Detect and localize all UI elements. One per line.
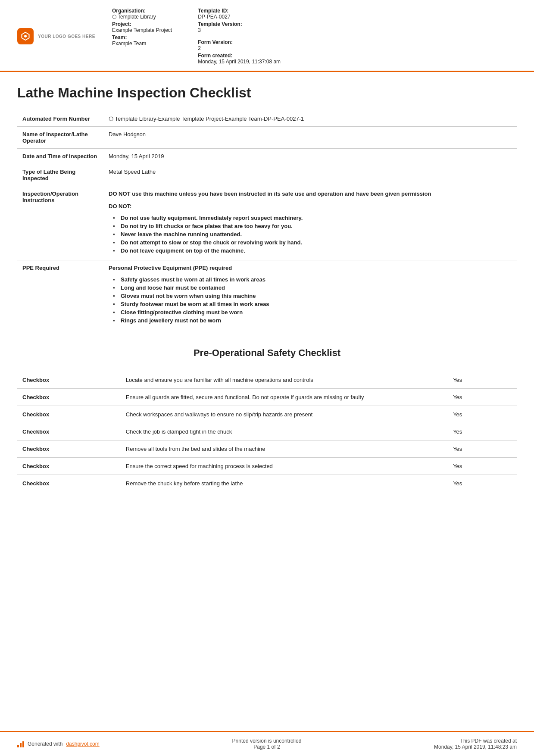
org-value: ⬡ Template Library (112, 14, 172, 20)
checklist-label-2: Checkbox (17, 406, 121, 423)
info-row-1: Name of Inspector/Lathe Operator Dave Ho… (17, 127, 517, 149)
info-row-4: Inspection/Operation Instructions DO NOT… (17, 186, 517, 260)
checklist-val-0: Yes (448, 372, 517, 389)
do-not-item-2: Do not try to lift chucks or face plates… (113, 223, 512, 229)
checklist-desc-4: Remove all tools from the bed and slides… (121, 440, 448, 458)
header: YOUR LOGO GOES HERE Organisation: ⬡ Temp… (0, 0, 534, 72)
form-created-value: Monday, 15 April 2019, 11:37:08 am (198, 59, 281, 65)
do-not-item-4: Do not attempt to slow or stop the chuck… (113, 239, 512, 246)
checklist-desc-0: Locate and ensure you are familiar with … (121, 372, 448, 389)
do-not-item-5: Do not leave equipment on top of the mac… (113, 247, 512, 254)
checklist-val-4: Yes (448, 440, 517, 458)
page: YOUR LOGO GOES HERE Organisation: ⬡ Temp… (0, 0, 534, 756)
info-value-4: DO NOT use this machine unless you have … (103, 186, 517, 260)
ppe-item-2: Long and loose hair must be contained (113, 284, 512, 291)
checklist-row-4: Checkbox Remove all tools from the bed a… (17, 440, 517, 458)
info-row-3: Type of Lathe Being Inspected Metal Spee… (17, 164, 517, 186)
ppe-list: Safety glasses must be worn at all times… (109, 276, 512, 324)
footer-right-line1: This PDF was created at (434, 738, 517, 744)
ppe-item-5: Close fitting/protective clothing must b… (113, 309, 512, 316)
checklist-val-5: Yes (448, 458, 517, 475)
project-line: Project: Example Template Project (112, 21, 172, 33)
checklist-val-6: Yes (448, 475, 517, 492)
checklist-row-6: Checkbox Remove the chuck key before sta… (17, 475, 517, 492)
checklist-label-0: Checkbox (17, 372, 121, 389)
header-meta: Organisation: ⬡ Template Library Project… (112, 8, 517, 65)
page-title: Lathe Machine Inspection Checklist (17, 85, 517, 101)
footer-center: Printed version is uncontrolled Page 1 o… (232, 738, 302, 750)
checklist-desc-2: Check workspaces and walkways to ensure … (121, 406, 448, 423)
info-value-3: Metal Speed Lathe (103, 164, 517, 186)
do-not-header: DO NOT: (109, 203, 512, 209)
team-line: Team: Example Team (112, 34, 172, 47)
checklist-table: Checkbox Locate and ensure you are famil… (17, 372, 517, 492)
checklist-label-3: Checkbox (17, 423, 121, 440)
checklist-label-4: Checkbox (17, 440, 121, 458)
checklist-desc-6: Remove the chuck key before starting the… (121, 475, 448, 492)
template-id-label: Template ID: (198, 8, 281, 14)
logo-icon (17, 28, 34, 44)
info-label-4: Inspection/Operation Instructions (17, 186, 103, 260)
checklist-row-3: Checkbox Check the job is clamped tight … (17, 423, 517, 440)
checklist-label-5: Checkbox (17, 458, 121, 475)
org-label: Organisation: (112, 8, 172, 14)
checklist-row-1: Checkbox Ensure all guards are fitted, s… (17, 389, 517, 406)
dashpivot-icon (17, 740, 24, 747)
instruction-intro: DO NOT use this machine unless you have … (109, 191, 431, 197)
ppe-intro: Personal Protective Equipment (PPE) requ… (109, 265, 232, 271)
form-version-value: 2 (198, 45, 281, 51)
info-row-5: PPE Required Personal Protective Equipme… (17, 260, 517, 330)
checklist-desc-5: Ensure the correct speed for machining p… (121, 458, 448, 475)
info-label-2: Date and Time of Inspection (17, 149, 103, 164)
footer: Generated with dashpivot.com Printed ver… (0, 731, 534, 756)
svg-point-0 (24, 35, 27, 37)
footer-generated-text: Generated with (28, 741, 62, 747)
project-value: Example Template Project (112, 27, 172, 33)
ppe-item-3: Gloves must not be worn when using this … (113, 293, 512, 299)
footer-right-line2: Monday, 15 April 2019, 11:48:23 am (434, 744, 517, 750)
checklist-desc-1: Ensure all guards are fitted, secure and… (121, 389, 448, 406)
checklist-row-0: Checkbox Locate and ensure you are famil… (17, 372, 517, 389)
footer-link[interactable]: dashpivot.com (66, 741, 99, 747)
ppe-item-4: Sturdy footwear must be worn at all time… (113, 301, 512, 307)
header-meta-left: Organisation: ⬡ Template Library Project… (112, 8, 172, 65)
logo-text: YOUR LOGO GOES HERE (38, 34, 95, 39)
header-meta-right: Template ID: DP-PEA-0027 Template Versio… (198, 8, 281, 65)
checklist-row-2: Checkbox Check workspaces and walkways t… (17, 406, 517, 423)
info-value-2: Monday, 15 April 2019 (103, 149, 517, 164)
footer-right: This PDF was created at Monday, 15 April… (434, 738, 517, 750)
info-value-0: ⬡ Template Library-Example Template Proj… (103, 111, 517, 127)
checklist-label-1: Checkbox (17, 389, 121, 406)
checklist-val-1: Yes (448, 389, 517, 406)
ppe-item-6: Rings and jewellery must not be worn (113, 317, 512, 324)
footer-center-line2: Page 1 of 2 (232, 744, 302, 750)
org-line: Organisation: ⬡ Template Library (112, 8, 172, 20)
info-row-0: Automated Form Number ⬡ Template Library… (17, 111, 517, 127)
info-label-3: Type of Lathe Being Inspected (17, 164, 103, 186)
template-version-value: 3 (198, 27, 281, 33)
footer-left: Generated with dashpivot.com (17, 740, 100, 747)
project-label: Project: (112, 21, 172, 27)
team-label: Team: (112, 34, 172, 41)
info-table: Automated Form Number ⬡ Template Library… (17, 111, 517, 330)
do-not-item-1: Do not use faulty equipment. Immediately… (113, 215, 512, 221)
footer-center-line1: Printed version is uncontrolled (232, 738, 302, 744)
checklist-row-5: Checkbox Ensure the correct speed for ma… (17, 458, 517, 475)
info-label-5: PPE Required (17, 260, 103, 330)
form-created-label: Form created: (198, 53, 281, 59)
checklist-label-6: Checkbox (17, 475, 121, 492)
team-value: Example Team (112, 41, 172, 47)
checklist-val-3: Yes (448, 423, 517, 440)
ppe-item-1: Safety glasses must be worn at all times… (113, 276, 512, 283)
do-not-list: Do not use faulty equipment. Immediately… (109, 215, 512, 254)
main-content: Lathe Machine Inspection Checklist Autom… (0, 72, 534, 731)
form-version-label: Form Version: (198, 39, 281, 45)
form-created-line: Form created: Monday, 15 April 2019, 11:… (198, 53, 281, 65)
checklist-section-title: Pre-Operational Safety Checklist (17, 343, 517, 363)
info-value-1: Dave Hodgson (103, 127, 517, 149)
info-label-0: Automated Form Number (17, 111, 103, 127)
template-id-line: Template ID: DP-PEA-0027 (198, 8, 281, 20)
info-value-5: Personal Protective Equipment (PPE) requ… (103, 260, 517, 330)
info-label-1: Name of Inspector/Lathe Operator (17, 127, 103, 149)
checklist-val-2: Yes (448, 406, 517, 423)
